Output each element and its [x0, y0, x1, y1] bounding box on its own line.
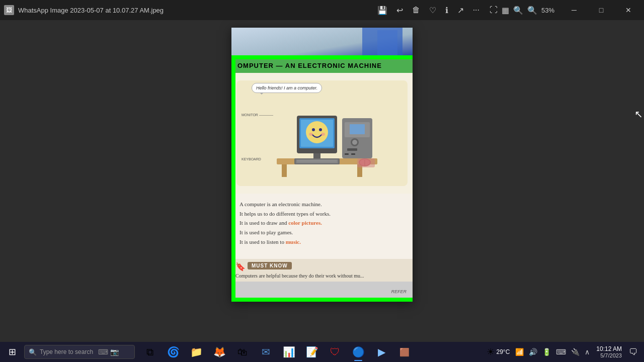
- keyboard-label: KEYBOARD: [242, 157, 261, 161]
- save-icon[interactable]: 💾: [377, 6, 387, 15]
- document-title: OMPUTER — AN ELECTRONIC MACHINE: [237, 62, 382, 69]
- svg-rect-27: [297, 161, 337, 162]
- search-kb-icon: ⌨: [98, 348, 108, 356]
- svg-rect-4: [282, 164, 287, 177]
- toolbar: 💾 ↩ 🗑 ♡ ℹ ↗ ···: [377, 6, 479, 15]
- title-bar-left: 🖼 WhatsApp Image 2023-05-07 at 10.07.27 …: [4, 5, 377, 15]
- green-border-top: [231, 55, 413, 59]
- speaker-icon[interactable]: 🔊: [527, 348, 539, 356]
- must-know-section: 🔖 MUST KNOW Computers are helpful becaus…: [231, 259, 413, 282]
- task-view-icon: ⧉: [146, 346, 153, 358]
- rotate-icon[interactable]: ↩: [396, 6, 403, 15]
- start-button[interactable]: ⊞: [0, 342, 24, 362]
- monitor-label: MONITOR ————: [242, 113, 273, 117]
- text-line-5: It is used to listen to music.: [239, 237, 405, 247]
- firefox-icon: 🦊: [213, 346, 226, 358]
- weather-icon: ☀: [487, 346, 495, 357]
- mail-button[interactable]: ✉: [255, 342, 277, 362]
- more-apps-button[interactable]: ▶: [370, 342, 392, 362]
- computer-illustration: [257, 88, 387, 178]
- zoom-level: 53%: [541, 7, 554, 14]
- title-bar-right: ⛶ ▦ 🔍 🔍 53% ─ □ ✕: [490, 0, 640, 20]
- title-bar: 🖼 WhatsApp Image 2023-05-07 at 10.07.27 …: [0, 0, 644, 20]
- delete-icon[interactable]: 🗑: [412, 6, 420, 15]
- network-icon[interactable]: 📶: [514, 348, 525, 356]
- svg-rect-11: [347, 148, 357, 151]
- must-know-text: Computers are helpful because they do th…: [235, 273, 409, 279]
- windows-icon: ⊞: [9, 346, 16, 357]
- edge-icon: 🌀: [167, 346, 180, 358]
- info-icon[interactable]: ℹ: [445, 6, 448, 15]
- photo-section: [231, 28, 413, 58]
- svg-rect-26: [297, 160, 337, 161]
- word-icon: 📝: [306, 346, 318, 358]
- refer-text: REFER: [391, 289, 407, 294]
- battery-icon[interactable]: 🔋: [541, 348, 552, 356]
- chevron-icon[interactable]: ∧: [583, 348, 591, 356]
- notification-icon[interactable]: 🗨: [627, 347, 640, 357]
- photos-button[interactable]: 🟫: [393, 342, 416, 362]
- text-line-4: It is used to play games.: [239, 228, 405, 237]
- must-know-icon: 🔖: [235, 262, 246, 272]
- system-tray: ☀ 29°C 📶 🔊 🔋 ⌨ 🔌 ∧ 10:12 AM 5/7/2023 🗨: [485, 345, 644, 358]
- keyboard-icon[interactable]: ⌨: [554, 348, 568, 356]
- zoom-in-icon[interactable]: 🔍: [527, 6, 537, 15]
- text-line-1: A computer is an electronic machine.: [239, 200, 405, 209]
- svg-point-20: [309, 133, 313, 136]
- fullscreen-icon[interactable]: ⛶: [490, 6, 498, 15]
- mail-icon: ✉: [262, 346, 270, 358]
- green-border-bottom: [231, 298, 413, 302]
- svg-point-19: [319, 128, 322, 131]
- close-button[interactable]: ✕: [617, 0, 640, 20]
- main-viewer: OMPUTER — AN ELECTRONIC MACHINE MONITOR …: [0, 20, 644, 342]
- files-icon: 📁: [190, 346, 203, 358]
- svg-rect-31: [357, 158, 375, 167]
- speech-bubble: Hello friends! I am a computer.: [252, 83, 322, 93]
- files-button[interactable]: 📁: [185, 342, 207, 362]
- maximize-button[interactable]: □: [590, 0, 613, 20]
- chrome-icon: 🔵: [352, 346, 365, 358]
- must-know-badge: MUST KNOW: [248, 262, 292, 269]
- weather-temp: 29°C: [496, 348, 510, 355]
- share-icon[interactable]: ↗: [457, 6, 464, 15]
- zoom-out-icon[interactable]: 🔍: [513, 6, 523, 15]
- svg-point-10: [352, 140, 357, 145]
- search-extra-icons: ⌨ 📷: [98, 348, 119, 356]
- illustration-area: MONITOR ———— KEYBOARD Hello friends! I a…: [231, 73, 413, 194]
- excel-button[interactable]: 📊: [278, 342, 300, 362]
- taskbar-search[interactable]: 🔍 Type here to search ⌨ 📷: [24, 345, 135, 359]
- slideshow-icon[interactable]: ▦: [502, 6, 509, 15]
- more-apps-icon: ▶: [378, 346, 385, 358]
- svg-point-17: [306, 121, 328, 143]
- chrome-button[interactable]: 🔵: [347, 342, 369, 362]
- edge-button[interactable]: 🌀: [162, 342, 184, 362]
- favorite-icon[interactable]: ♡: [429, 6, 436, 15]
- clock[interactable]: 10:12 AM 5/7/2023: [593, 345, 625, 358]
- green-border-left: [231, 55, 235, 302]
- svg-rect-2: [377, 30, 397, 55]
- usb-icon[interactable]: 🔌: [570, 348, 581, 356]
- text-line-2: It helps us to do different types of wor…: [239, 209, 405, 219]
- svg-point-18: [312, 128, 315, 131]
- svg-rect-8: [350, 124, 365, 134]
- svg-point-21: [321, 133, 325, 136]
- word-button[interactable]: 📝: [301, 342, 323, 362]
- taskbar: ⊞ 🔍 Type here to search ⌨ 📷 ⧉ 🌀 📁 🦊 🛍 ✉: [0, 342, 644, 362]
- svg-rect-13: [351, 153, 355, 155]
- document-header: OMPUTER — AN ELECTRONIC MACHINE: [231, 58, 413, 73]
- store-button[interactable]: 🛍: [231, 342, 254, 362]
- document-view: OMPUTER — AN ELECTRONIC MACHINE MONITOR …: [231, 28, 413, 302]
- firefox-button[interactable]: 🦊: [208, 342, 230, 362]
- text-line-3: It is used to draw and color pictures.: [239, 218, 405, 228]
- mouse-cursor: ↖: [634, 108, 643, 120]
- minimize-button[interactable]: ─: [562, 0, 586, 20]
- task-view-button[interactable]: ⧉: [139, 342, 161, 362]
- antivirus-button[interactable]: 🛡: [324, 342, 346, 362]
- svg-rect-22: [313, 153, 320, 158]
- search-cam-icon: 📷: [110, 348, 119, 356]
- file-title: WhatsApp Image 2023-05-07 at 10.07.27 AM…: [18, 7, 164, 14]
- text-content-area: A computer is an electronic machine. It …: [231, 194, 413, 259]
- weather-widget[interactable]: ☀ 29°C: [485, 346, 512, 357]
- photos-icon: 🟫: [398, 347, 411, 357]
- more-icon[interactable]: ···: [473, 6, 479, 15]
